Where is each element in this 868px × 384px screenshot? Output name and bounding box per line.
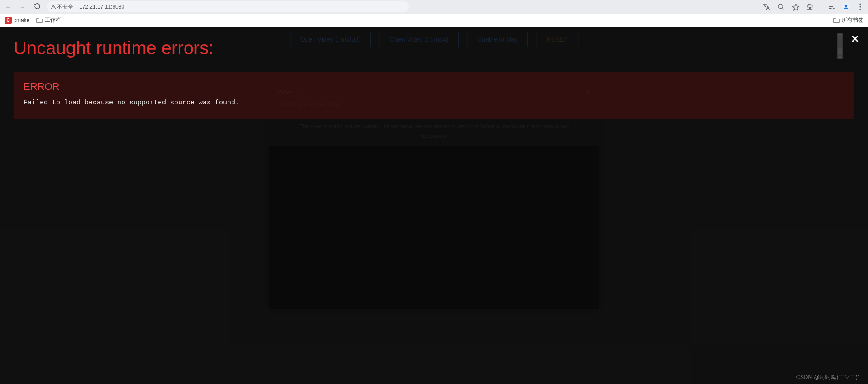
toolbar-right	[763, 3, 864, 11]
folder-icon	[833, 17, 840, 24]
bookmarks-right: 所有书签	[828, 16, 863, 24]
warning-icon	[51, 4, 56, 9]
folder-icon	[36, 17, 43, 24]
translate-icon[interactable]	[763, 3, 771, 11]
divider	[76, 4, 76, 10]
svg-point-3	[859, 9, 861, 10]
svg-point-0	[778, 4, 783, 8]
bookmark-label: 工作栏	[45, 16, 61, 24]
bookmark-item-cmake[interactable]: C cmake	[5, 17, 29, 24]
kebab-menu-icon[interactable]	[856, 3, 864, 11]
extensions-icon[interactable]	[806, 3, 814, 11]
svg-point-1	[859, 3, 861, 5]
reload-button[interactable]	[33, 3, 42, 11]
all-bookmarks-button[interactable]: 所有书签	[833, 16, 863, 24]
bookmarks-bar: C cmake 工作栏 所有书签	[0, 14, 868, 27]
zoom-icon[interactable]	[777, 3, 785, 11]
bookmark-label: cmake	[14, 17, 29, 23]
address-bar[interactable]: 不安全 172.21.17.11:8080	[47, 1, 409, 12]
overlay-close-button[interactable]: ✕	[851, 33, 859, 45]
error-block: ERROR Failed to load because no supporte…	[14, 72, 854, 119]
nav-forward-button[interactable]: →	[18, 4, 27, 10]
error-label: ERROR	[24, 81, 844, 93]
app-viewport: Open Video 1 (m3u8) Open Video 2 (.mp4) …	[0, 27, 868, 384]
playlist-icon[interactable]	[827, 3, 835, 11]
bookmark-star-icon[interactable]	[792, 3, 800, 11]
all-bookmarks-label: 所有书签	[842, 16, 863, 24]
nav-back-button[interactable]: ←	[4, 4, 13, 10]
runtime-error-overlay: ✕ Uncaught runtime errors: ERROR Failed …	[0, 27, 868, 384]
profile-avatar[interactable]	[842, 3, 850, 11]
divider	[828, 16, 828, 24]
browser-toolbar: ← → 不安全 172.21.17.11:8080	[0, 0, 868, 14]
overlay-title: Uncaught runtime errors:	[0, 38, 868, 58]
watermark-text: CSDN @呵呵哒(￣▽￣)"	[796, 374, 860, 381]
bookmark-item-folder[interactable]: 工作栏	[36, 16, 61, 24]
svg-point-2	[859, 6, 861, 7]
security-indicator[interactable]: 不安全	[51, 3, 73, 11]
security-label: 不安全	[57, 3, 73, 11]
error-message-text: Failed to load because no supported sour…	[24, 99, 844, 107]
favicon-icon: C	[5, 17, 12, 24]
url-text: 172.21.17.11:8080	[79, 4, 124, 10]
divider	[821, 3, 821, 11]
